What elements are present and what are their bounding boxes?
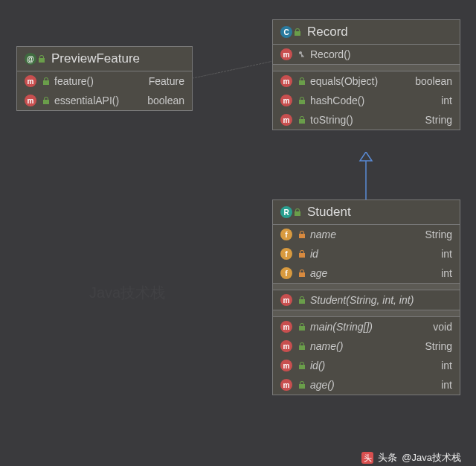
member-name: name() <box>310 340 420 352</box>
lock-icon <box>298 77 306 85</box>
method-icon: m <box>280 379 292 391</box>
member-type: String <box>425 340 452 352</box>
toutiao-icon: 头 <box>361 452 373 464</box>
section-separator <box>273 64 460 71</box>
record-icon: R <box>280 206 292 218</box>
method-icon: m <box>280 360 292 371</box>
class-title: PreviewFeature <box>51 51 140 66</box>
lock-icon <box>42 97 50 104</box>
method-icon: m <box>280 321 292 333</box>
footer-handle: @Java技术栈 <box>402 451 461 465</box>
field-row[interactable]: f name String <box>273 225 460 244</box>
footer-attribution: 头 头条 @Java技术栈 <box>361 451 461 465</box>
class-record[interactable]: C Record m Record() m equals(Object) boo… <box>272 19 460 130</box>
member-row[interactable]: m toString() String <box>273 110 460 130</box>
lock-icon <box>294 28 301 36</box>
member-name: name <box>310 229 420 240</box>
member-type: int <box>441 248 452 260</box>
member-row[interactable]: m essentialAPI() boolean <box>17 91 192 110</box>
member-name: id() <box>310 360 437 371</box>
class-student[interactable]: R Student f name String f id int f age i… <box>272 200 460 395</box>
lock-icon <box>298 362 306 369</box>
method-icon: m <box>280 48 292 60</box>
member-row[interactable]: m feature() Feature <box>17 71 192 91</box>
key-icon <box>298 51 306 58</box>
member-type: String <box>425 229 452 240</box>
lock-icon <box>298 296 306 304</box>
class-icon: C <box>280 26 292 38</box>
class-preview-feature[interactable]: @ PreviewFeature m feature() Feature m e… <box>16 46 193 111</box>
member-type: String <box>425 114 452 126</box>
member-type: int <box>441 360 452 371</box>
member-name: Student(String, int, int) <box>310 294 452 306</box>
lock-icon <box>298 269 306 277</box>
method-icon: m <box>280 95 292 106</box>
field-icon: f <box>280 248 292 260</box>
member-type: Feature <box>149 75 184 87</box>
lock-icon <box>298 250 306 258</box>
lock-icon <box>294 208 301 216</box>
member-name: id <box>310 248 437 260</box>
method-icon: m <box>280 114 292 126</box>
member-type: int <box>441 379 452 391</box>
member-name: main(String[]) <box>310 321 428 333</box>
class-header: R Student <box>273 200 460 225</box>
section-separator <box>273 310 460 317</box>
member-name: essentialAPI() <box>54 95 143 106</box>
member-type: boolean <box>147 95 184 106</box>
member-row[interactable]: m hashCode() int <box>273 91 460 110</box>
class-header: @ PreviewFeature <box>17 47 192 71</box>
class-header: C Record <box>273 20 460 45</box>
lock-icon <box>298 116 306 124</box>
method-icon: m <box>25 95 36 106</box>
method-icon: m <box>280 75 292 87</box>
lock-icon <box>298 231 306 238</box>
member-name: feature() <box>54 75 144 87</box>
section-separator <box>273 283 460 290</box>
lock-icon <box>298 342 306 350</box>
inheritance-arrow <box>357 152 375 201</box>
member-type: int <box>441 95 452 106</box>
method-icon: m <box>25 75 36 87</box>
footer-prefix: 头条 <box>378 451 397 465</box>
field-icon: f <box>280 267 292 279</box>
member-name: hashCode() <box>310 95 437 106</box>
member-name: age <box>310 267 437 279</box>
member-type: int <box>441 267 452 279</box>
annotation-icon: @ <box>25 53 36 65</box>
constructor-row[interactable]: m Record() <box>273 45 460 64</box>
member-row[interactable]: m equals(Object) boolean <box>273 71 460 91</box>
method-icon: m <box>280 294 292 306</box>
member-row[interactable]: m id() int <box>273 356 460 375</box>
lock-icon <box>42 77 50 85</box>
lock-icon <box>298 97 306 104</box>
dependency-line <box>191 61 271 79</box>
member-row[interactable]: m name() String <box>273 336 460 356</box>
member-row[interactable]: m age() int <box>273 375 460 395</box>
member-type: void <box>433 321 452 333</box>
field-icon: f <box>280 229 292 240</box>
member-name: toString() <box>310 114 420 126</box>
member-name: age() <box>310 379 437 391</box>
member-name: equals(Object) <box>310 75 411 87</box>
member-type: boolean <box>415 75 452 87</box>
lock-icon <box>38 55 45 63</box>
field-row[interactable]: f age int <box>273 264 460 283</box>
member-row[interactable]: m main(String[]) void <box>273 317 460 336</box>
constructor-row[interactable]: m Student(String, int, int) <box>273 290 460 310</box>
class-title: Record <box>307 25 348 39</box>
member-name: Record() <box>310 48 452 60</box>
field-row[interactable]: f id int <box>273 244 460 264</box>
class-title: Student <box>307 205 351 220</box>
method-icon: m <box>280 340 292 352</box>
svg-marker-2 <box>360 152 372 161</box>
lock-icon <box>298 381 306 389</box>
lock-icon <box>298 323 306 331</box>
